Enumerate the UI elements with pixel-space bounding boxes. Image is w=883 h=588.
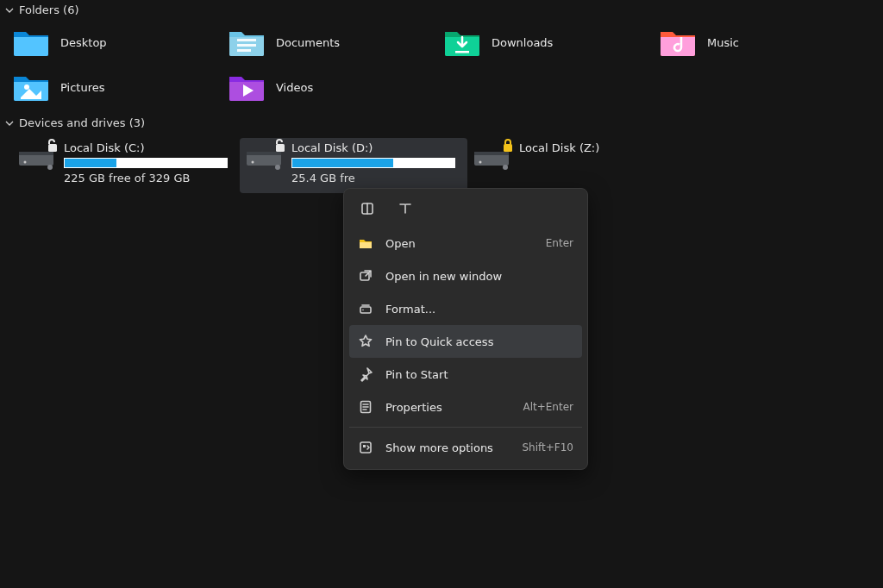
svg-rect-2 xyxy=(237,49,251,52)
pin-icon xyxy=(358,366,373,382)
folders-section-title: Folders (6) xyxy=(19,3,79,16)
svg-rect-9 xyxy=(48,144,57,152)
desktop-folder-icon xyxy=(12,27,50,58)
context-menu-quick-row xyxy=(349,194,582,227)
documents-folder-icon xyxy=(228,27,266,58)
drive-name: Local Disk (C:) xyxy=(64,141,235,154)
folder-label: Desktop xyxy=(60,36,107,49)
ctx-pin-to-quick-access[interactable]: Pin to Quick access xyxy=(349,325,582,358)
folder-item-music[interactable]: Music xyxy=(659,25,874,59)
usage-bar xyxy=(64,158,228,168)
folder-item-documents[interactable]: Documents xyxy=(228,25,443,59)
drive-icon xyxy=(245,143,283,171)
usage-bar xyxy=(291,158,455,168)
svg-rect-14 xyxy=(276,144,285,152)
ctx-pin-to-start[interactable]: Pin to Start xyxy=(349,358,582,391)
new-window-icon xyxy=(358,268,373,284)
pictures-folder-icon xyxy=(12,72,50,103)
chevron-down-icon xyxy=(5,6,14,15)
usage-text: 25.4 GB fre xyxy=(291,172,462,185)
svg-rect-19 xyxy=(504,144,512,152)
ctx-shortcut: Alt+Enter xyxy=(523,401,573,413)
ctx-shortcut: Shift+F10 xyxy=(522,441,573,454)
ctx-label: Format... xyxy=(385,303,561,316)
ctx-format-[interactable]: Format... xyxy=(349,292,582,325)
ctx-label: Open xyxy=(385,237,534,250)
folder-item-desktop[interactable]: Desktop xyxy=(12,25,228,59)
drive-name: Local Disk (D:) xyxy=(291,141,462,154)
folder-item-downloads[interactable]: Downloads xyxy=(443,25,659,59)
svg-rect-3 xyxy=(455,51,469,53)
svg-point-18 xyxy=(503,165,508,170)
svg-point-17 xyxy=(479,161,482,164)
svg-point-12 xyxy=(252,161,254,164)
format-icon xyxy=(358,301,373,316)
ctx-label: Open in new window xyxy=(385,270,561,283)
folder-label: Documents xyxy=(276,36,340,49)
ctx-label: Pin to Quick access xyxy=(385,335,561,348)
svg-point-13 xyxy=(275,165,280,170)
drives-section-title: Devices and drives (3) xyxy=(19,116,145,129)
ctx-open[interactable]: Open Enter xyxy=(349,227,582,260)
layout-icon[interactable] xyxy=(356,197,379,220)
drive-item[interactable]: Local Disk (D:) 25.4 GB fre xyxy=(240,138,467,193)
drives-section-header[interactable]: Devices and drives (3) xyxy=(0,113,883,133)
videos-folder-icon xyxy=(228,72,266,103)
folder-label: Pictures xyxy=(60,81,104,94)
ctx-properties[interactable]: Properties Alt+Enter xyxy=(349,391,582,423)
locked-icon xyxy=(502,138,514,153)
drive-icon xyxy=(473,143,510,171)
ctx-show-more-options[interactable]: Show more options Shift+F10 xyxy=(349,431,582,464)
ctx-label: Properties xyxy=(385,401,510,414)
chevron-down-icon xyxy=(5,119,14,128)
folder-label: Music xyxy=(707,36,739,49)
folders-grid: Desktop Documents Downloads Music Pictur… xyxy=(0,20,883,113)
folder-open-icon xyxy=(358,235,373,251)
folder-item-videos[interactable]: Videos xyxy=(228,70,443,104)
properties-icon xyxy=(358,399,373,415)
unlocked-icon xyxy=(274,138,286,153)
drive-icon xyxy=(17,143,55,171)
folder-label: Videos xyxy=(276,81,313,94)
read-icon[interactable] xyxy=(394,197,416,220)
folder-item-pictures[interactable]: Pictures xyxy=(12,70,228,104)
svg-point-4 xyxy=(24,84,29,90)
ctx-label: Pin to Start xyxy=(385,368,561,381)
ctx-open-in-new-window[interactable]: Open in new window xyxy=(349,260,582,292)
ctx-shortcut: Enter xyxy=(546,237,573,249)
svg-rect-1 xyxy=(237,44,256,47)
music-folder-icon xyxy=(659,27,697,58)
svg-point-24 xyxy=(362,310,364,311)
drive-item[interactable]: Local Disk (C:) 225 GB free of 329 GB xyxy=(12,138,240,193)
unlocked-icon xyxy=(47,138,59,153)
svg-point-7 xyxy=(24,161,27,164)
drive-name: Local Disk (Z:) xyxy=(519,141,690,154)
usage-text: 225 GB free of 329 GB xyxy=(64,172,235,185)
ctx-label: Show more options xyxy=(385,441,510,454)
folder-label: Downloads xyxy=(492,36,553,49)
svg-rect-0 xyxy=(237,39,256,41)
svg-point-8 xyxy=(47,165,53,170)
star-icon xyxy=(358,334,373,349)
ctx-divider xyxy=(349,427,582,428)
drive-item[interactable]: Local Disk (Z:) xyxy=(467,138,695,193)
downloads-folder-icon xyxy=(443,27,481,58)
folders-section-header[interactable]: Folders (6) xyxy=(0,0,883,20)
context-menu: Open Enter Open in new window Format... … xyxy=(343,188,588,470)
svg-rect-23 xyxy=(360,307,371,313)
more-icon xyxy=(358,440,373,455)
svg-rect-30 xyxy=(363,445,366,447)
